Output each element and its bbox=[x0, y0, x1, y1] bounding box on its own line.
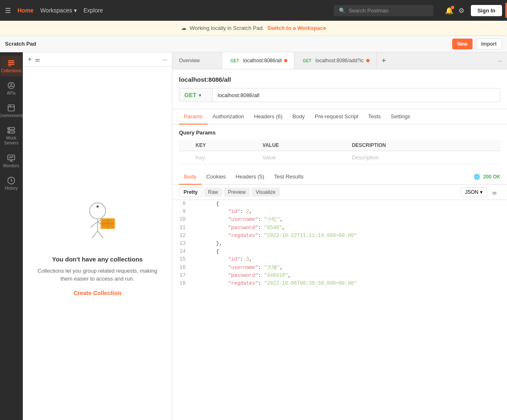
bell-dot bbox=[451, 6, 454, 9]
format-preview-btn[interactable]: Preview bbox=[224, 188, 250, 197]
params-value-cell[interactable]: Value bbox=[258, 151, 348, 164]
svg-line-9 bbox=[11, 84, 12, 86]
environments-icon bbox=[7, 104, 15, 112]
params-key-cell[interactable]: Key bbox=[191, 151, 258, 164]
sidebar-label-monitors: Monitors bbox=[3, 164, 19, 168]
add-tab-icon[interactable]: + bbox=[377, 52, 391, 69]
code-line-13: 13 }, bbox=[172, 240, 507, 248]
globe-icon: 🌐 bbox=[474, 174, 480, 180]
req-tab-tests[interactable]: Tests bbox=[363, 109, 386, 125]
wrap-lines-icon[interactable]: ⚌ bbox=[489, 188, 500, 197]
explore-link[interactable]: Explore bbox=[83, 7, 103, 14]
resp-tab-test-results[interactable]: Test Results bbox=[269, 169, 309, 185]
svg-point-22 bbox=[96, 205, 98, 208]
json-format-select[interactable]: JSON ▾ bbox=[460, 187, 487, 197]
empty-desc: Collections let you group related reques… bbox=[33, 267, 162, 283]
collections-panel: + ⚌ ··· bbox=[23, 52, 172, 420]
new-button[interactable]: New bbox=[452, 39, 473, 49]
sidebar-label-environments: Environments bbox=[0, 113, 24, 118]
search-icon: 🔍 bbox=[339, 7, 345, 14]
method-label: GET bbox=[184, 92, 196, 98]
apis-icon bbox=[7, 81, 15, 90]
sidebar-item-monitors[interactable]: Monitors bbox=[0, 151, 22, 171]
sidebar-item-environments[interactable]: Environments bbox=[0, 100, 22, 121]
sidebar-item-mock-servers[interactable]: Mock Servers bbox=[0, 123, 22, 149]
tab-get-all[interactable]: GET localhost:8086/all bbox=[222, 52, 294, 69]
add-collection-icon[interactable]: + bbox=[28, 56, 32, 63]
format-visualize-btn[interactable]: Visualize bbox=[252, 188, 280, 197]
import-button[interactable]: Import bbox=[476, 39, 502, 49]
collections-icon bbox=[7, 59, 15, 67]
code-line-18: 18 "regdates": "2022-10-06T00:39:50.000+… bbox=[172, 280, 507, 288]
accent-bar bbox=[505, 3, 507, 18]
col-key: KEY bbox=[191, 140, 258, 151]
tab-method-get-2: GET bbox=[301, 58, 313, 63]
chevron-down-icon: ▾ bbox=[74, 7, 77, 14]
search-bar[interactable]: 🔍 Search Postman bbox=[334, 5, 434, 16]
code-line-17: 17 "password": "448419", bbox=[172, 272, 507, 280]
hamburger-icon[interactable]: ☰ bbox=[5, 7, 11, 15]
col-description: DESCRIPTION bbox=[348, 140, 500, 151]
more-options-icon[interactable]: ··· bbox=[162, 56, 167, 63]
response-tabs-bar: Body Cookies Headers (5) Test Results 🌐 … bbox=[172, 169, 507, 185]
resp-tab-headers[interactable]: Headers (5) bbox=[231, 169, 269, 185]
sidebar-item-history[interactable]: History bbox=[0, 173, 22, 194]
url-input[interactable] bbox=[213, 89, 500, 102]
resp-tab-body[interactable]: Body bbox=[179, 169, 201, 185]
svg-point-21 bbox=[89, 203, 105, 219]
request-tabs: Params Authorization Headers (6) Body Pr… bbox=[172, 109, 507, 125]
signin-button[interactable]: Sign In bbox=[471, 5, 502, 16]
format-raw-btn[interactable]: Raw bbox=[204, 188, 222, 197]
filter-icon[interactable]: ⚌ bbox=[35, 56, 40, 63]
svg-line-24 bbox=[90, 222, 98, 227]
nav-icons: 🔔 ⚙ bbox=[445, 7, 464, 15]
settings-icon[interactable]: ⚙ bbox=[458, 7, 464, 15]
code-line-12: 12 "regdates": "2022-10-22T11:11:19.000+… bbox=[172, 232, 507, 240]
main-layout: Collections APIs Environments bbox=[0, 52, 507, 420]
svg-rect-1 bbox=[8, 62, 15, 63]
request-bar: GET ▾ bbox=[179, 88, 500, 102]
top-nav: ☰ Home Workspaces ▾ Explore 🔍 Search Pos… bbox=[0, 0, 507, 21]
empty-illustration bbox=[69, 191, 127, 249]
history-icon bbox=[7, 176, 15, 185]
format-pretty-btn[interactable]: Pretty bbox=[179, 187, 202, 197]
switch-workspace-link[interactable]: Switch to a Workspace bbox=[267, 25, 326, 31]
create-collection-button[interactable]: Create Collection bbox=[73, 290, 121, 296]
params-desc-cell[interactable]: Description bbox=[348, 151, 500, 164]
cloud-icon: ☁ bbox=[181, 25, 186, 31]
content-area: Overview GET localhost:8086/all GET loca… bbox=[172, 52, 507, 420]
request-title: localhost:8086/all bbox=[179, 76, 500, 83]
col-checkbox bbox=[179, 140, 191, 151]
sidebar-item-apis[interactable]: APIs bbox=[0, 78, 22, 99]
sidebar-item-collections[interactable]: Collections bbox=[0, 56, 22, 76]
tabs-more-icon[interactable]: ··· bbox=[492, 52, 507, 69]
json-label: JSON bbox=[465, 189, 478, 195]
req-tab-body[interactable]: Body bbox=[287, 109, 310, 125]
req-tab-settings[interactable]: Settings bbox=[386, 109, 415, 125]
bell-icon[interactable]: 🔔 bbox=[445, 7, 453, 15]
workspaces-menu[interactable]: Workspaces ▾ bbox=[40, 7, 77, 14]
req-tab-params[interactable]: Params bbox=[179, 109, 208, 125]
params-table: KEY VALUE DESCRIPTION Key Value Descript… bbox=[179, 140, 500, 164]
code-line-9: 9 "id": 2, bbox=[172, 208, 507, 216]
svg-point-17 bbox=[9, 132, 10, 132]
tab-get-add[interactable]: GET localhost:8086/add?ic bbox=[294, 52, 377, 69]
code-viewer: 8 { 9 "id": 2, 10 "username": "小红", 11 bbox=[172, 200, 507, 420]
method-select[interactable]: GET ▾ bbox=[179, 88, 213, 102]
tabs-bar: Overview GET localhost:8086/all GET loca… bbox=[172, 52, 507, 69]
svg-point-7 bbox=[12, 86, 14, 87]
scratchpad-title: Scratch Pad bbox=[5, 41, 36, 47]
resp-tab-cookies[interactable]: Cookies bbox=[201, 169, 231, 185]
query-params-title: Query Params bbox=[179, 129, 500, 136]
req-tab-authorization[interactable]: Authorization bbox=[208, 109, 249, 125]
home-link[interactable]: Home bbox=[17, 7, 34, 14]
response-area: Body Cookies Headers (5) Test Results 🌐 … bbox=[172, 169, 507, 420]
req-tab-pre-request[interactable]: Pre-request Script bbox=[310, 109, 363, 125]
tab-overview[interactable]: Overview bbox=[172, 52, 222, 69]
format-bar: Pretty Raw Preview Visualize JSON ▾ ⚌ bbox=[172, 185, 507, 200]
req-tab-headers[interactable]: Headers (6) bbox=[249, 109, 288, 125]
svg-line-27 bbox=[98, 231, 103, 238]
svg-line-8 bbox=[10, 84, 12, 86]
tab-url-2: localhost:8086/add?ic bbox=[316, 58, 364, 63]
empty-title: You don't have any collections bbox=[52, 256, 142, 263]
